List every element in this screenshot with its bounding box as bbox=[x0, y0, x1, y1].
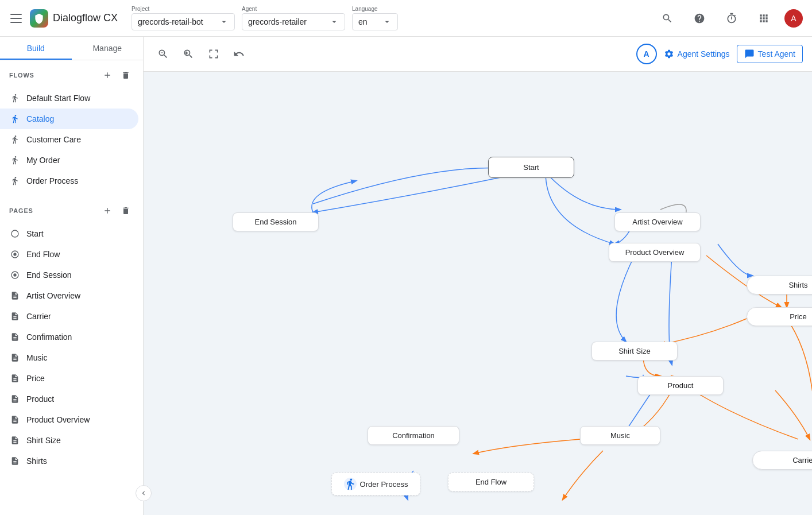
pages-section: PAGES bbox=[0, 196, 143, 223]
main-layout: Build Manage FLOWS Default S bbox=[0, 37, 812, 515]
sidebar-item-my-order[interactable]: My Order bbox=[0, 150, 138, 171]
page-icon-shirts bbox=[9, 455, 21, 467]
menu-icon[interactable] bbox=[9, 11, 23, 25]
sidebar-item-order-process[interactable]: Order Process bbox=[0, 171, 138, 191]
connections-svg bbox=[144, 72, 812, 515]
node-artist-overview[interactable]: Artist Overview bbox=[614, 212, 701, 231]
help-btn[interactable] bbox=[688, 7, 711, 30]
project-dropdown[interactable]: grecords-retail-bot bbox=[132, 13, 235, 30]
app-logo[interactable]: Dialogflow CX bbox=[30, 9, 118, 28]
page-icon-music bbox=[9, 352, 21, 363]
sidebar-item-label-order-process: Order Process bbox=[26, 176, 78, 185]
node-product-overview[interactable]: Product Overview bbox=[609, 243, 701, 262]
sidebar-item-label-start: Start bbox=[26, 229, 44, 238]
tab-build[interactable]: Build bbox=[0, 37, 72, 60]
app-logo-icon bbox=[30, 9, 48, 28]
circle-icon-end-flow bbox=[9, 249, 21, 260]
sidebar-item-catalog[interactable]: Catalog bbox=[0, 109, 138, 129]
sidebar-collapse-btn[interactable] bbox=[136, 485, 152, 501]
sidebar-item-artist-overview[interactable]: Artist Overview bbox=[0, 285, 138, 306]
node-shirt-size[interactable]: Shirt Size bbox=[591, 342, 678, 361]
svg-point-4 bbox=[13, 273, 16, 276]
zoom-in-btn[interactable] bbox=[178, 44, 199, 64]
sidebar-item-product-overview[interactable]: Product Overview bbox=[0, 409, 138, 430]
topbar-right: A bbox=[656, 7, 803, 30]
sidebar-item-start[interactable]: Start bbox=[0, 223, 138, 244]
sidebar-item-price[interactable]: Price bbox=[0, 368, 138, 389]
node-end-flow[interactable]: End Flow bbox=[448, 473, 534, 491]
page-icon-carrier bbox=[9, 311, 21, 322]
node-end-session[interactable]: End Session bbox=[233, 212, 319, 231]
sidebar-item-carrier[interactable]: Carrier bbox=[0, 306, 138, 327]
node-product-label: Product bbox=[668, 381, 694, 390]
add-page-btn[interactable] bbox=[99, 203, 115, 219]
sidebar-item-label-shirts: Shirts bbox=[26, 456, 47, 466]
language-label: Language bbox=[352, 6, 398, 12]
test-agent-btn[interactable]: Test Agent bbox=[737, 45, 803, 63]
sidebar-item-label-end-session: End Session bbox=[26, 270, 72, 280]
node-carrier-label: Carrier bbox=[792, 456, 812, 464]
delete-flow-btn[interactable] bbox=[118, 67, 134, 83]
project-selectors: Project grecords-retail-bot Agent grecor… bbox=[132, 6, 398, 30]
agent-value: grecords-retailer bbox=[248, 17, 307, 26]
flows-section-title: FLOWS bbox=[9, 72, 34, 79]
node-product-overview-label: Product Overview bbox=[625, 248, 685, 257]
node-order-process[interactable]: Order Process bbox=[331, 473, 420, 495]
agent-avatar[interactable]: A bbox=[636, 44, 657, 64]
tab-manage[interactable]: Manage bbox=[72, 37, 144, 60]
apps-btn[interactable] bbox=[752, 7, 775, 30]
pages-section-title: PAGES bbox=[9, 207, 33, 214]
sidebar-item-label-default-start-flow: Default Start Flow bbox=[26, 94, 90, 103]
test-agent-label: Test Agent bbox=[758, 49, 795, 59]
node-shirts[interactable]: Shirts bbox=[747, 276, 812, 295]
node-confirmation[interactable]: Confirmation bbox=[368, 426, 459, 445]
project-selector-group: Project grecords-retail-bot bbox=[132, 6, 235, 30]
sidebar-item-label-my-order: My Order bbox=[26, 156, 60, 165]
undo-btn[interactable] bbox=[229, 44, 249, 64]
node-product[interactable]: Product bbox=[637, 376, 724, 395]
sidebar-item-end-flow[interactable]: End Flow bbox=[0, 244, 138, 265]
project-label: Project bbox=[132, 6, 235, 12]
flow-icon-order-process bbox=[9, 175, 21, 187]
node-end-session-label: End Session bbox=[255, 218, 297, 226]
zoom-out-btn[interactable] bbox=[153, 44, 173, 64]
svg-point-0 bbox=[11, 230, 18, 237]
timer-btn[interactable] bbox=[720, 7, 743, 30]
node-shirt-size-label: Shirt Size bbox=[618, 347, 651, 355]
sidebar-item-shirts[interactable]: Shirts bbox=[0, 451, 138, 471]
sidebar-item-music[interactable]: Music bbox=[0, 347, 138, 368]
sidebar-item-shirt-size[interactable]: Shirt Size bbox=[0, 430, 138, 451]
agent-selector-group: Agent grecords-retailer bbox=[242, 6, 345, 30]
language-selector-group: Language en bbox=[352, 6, 398, 30]
canvas[interactable]: Start End Session Artist Overview Produc… bbox=[144, 72, 812, 515]
user-avatar[interactable]: A bbox=[784, 9, 803, 28]
sidebar-item-product[interactable]: Product bbox=[0, 389, 138, 409]
sidebar-item-confirmation[interactable]: Confirmation bbox=[0, 327, 138, 347]
agent-dropdown[interactable]: grecords-retailer bbox=[242, 13, 345, 30]
node-music[interactable]: Music bbox=[580, 426, 660, 445]
language-value: en bbox=[358, 17, 368, 26]
search-btn[interactable] bbox=[656, 7, 679, 30]
node-artist-overview-label: Artist Overview bbox=[632, 218, 682, 226]
language-dropdown[interactable]: en bbox=[352, 13, 398, 30]
pages-section-header: PAGES bbox=[9, 203, 134, 219]
delete-page-btn[interactable] bbox=[118, 203, 134, 219]
flow-icon-my-order bbox=[9, 154, 21, 166]
agent-label: Agent bbox=[242, 6, 345, 12]
sidebar-item-label-price: Price bbox=[26, 374, 45, 383]
fit-btn[interactable] bbox=[203, 44, 224, 64]
agent-settings-btn[interactable]: Agent Settings bbox=[664, 49, 730, 59]
node-start-label: Start bbox=[523, 163, 539, 172]
node-start[interactable]: Start bbox=[488, 157, 574, 178]
node-carrier[interactable]: Carrier bbox=[752, 451, 812, 470]
add-flow-btn[interactable] bbox=[99, 67, 115, 83]
node-price[interactable]: Price bbox=[747, 307, 812, 326]
node-price-label: Price bbox=[790, 312, 807, 321]
node-shirts-label: Shirts bbox=[788, 281, 807, 289]
sidebar-item-default-start-flow[interactable]: Default Start Flow bbox=[0, 88, 138, 109]
sidebar-item-customer-care[interactable]: Customer Care bbox=[0, 129, 138, 150]
sidebar-item-label-carrier: Carrier bbox=[26, 312, 51, 321]
page-icon-confirmation bbox=[9, 331, 21, 343]
circle-icon-start bbox=[9, 228, 21, 239]
sidebar-item-end-session[interactable]: End Session bbox=[0, 265, 138, 285]
